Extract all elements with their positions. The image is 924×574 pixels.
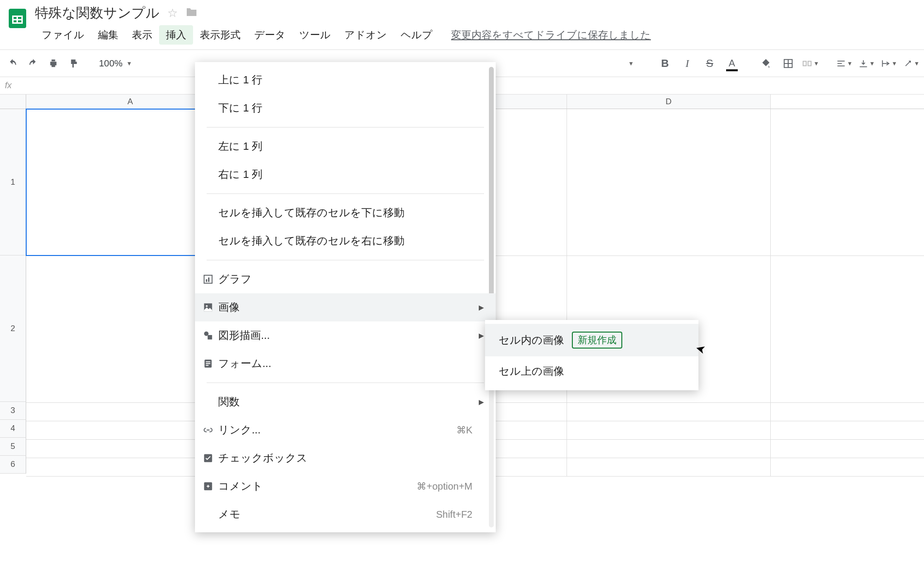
text-wrap-button[interactable]: ▼ (880, 55, 898, 72)
document-title[interactable]: 特殊な関数サンプル (35, 4, 160, 22)
fx-icon: fx (0, 80, 16, 91)
borders-button[interactable] (779, 55, 797, 72)
redo-button[interactable] (24, 55, 42, 72)
menu-addons[interactable]: アドオン (338, 25, 394, 45)
checkbox-icon (202, 452, 214, 464)
italic-button[interactable]: I (679, 55, 696, 72)
comment-shortcut: ⌘+option+M (417, 480, 472, 492)
select-all-corner[interactable] (0, 95, 26, 109)
row-header-5[interactable]: 5 (0, 438, 26, 456)
menu-insert[interactable]: 挿入 (159, 25, 193, 45)
row-header-1[interactable]: 1 (0, 109, 26, 255)
link-icon (202, 424, 214, 436)
star-icon[interactable]: ☆ (167, 6, 178, 20)
insert-cells-shift-right[interactable]: セルを挿入して既存のセルを右に移動 (195, 227, 496, 255)
image-over-cell[interactable]: セル上の画像 (485, 356, 698, 386)
zoom-value: 100% (99, 58, 123, 69)
paint-format-button[interactable] (65, 55, 82, 72)
svg-rect-11 (808, 61, 811, 65)
insert-function[interactable]: 関数 ▶ (195, 388, 496, 416)
chevron-down-icon: ▼ (127, 60, 132, 67)
svg-rect-5 (16, 16, 18, 24)
menu-help[interactable]: ヘルプ (394, 25, 439, 45)
cell-d5[interactable] (567, 440, 771, 458)
insert-row-below[interactable]: 下に 1 行 (195, 94, 496, 122)
form-icon (202, 357, 214, 370)
insert-comment[interactable]: コメント ⌘+option+M (195, 472, 496, 500)
link-shortcut: ⌘K (456, 424, 472, 436)
sheets-app-icon[interactable] (6, 7, 29, 30)
image-in-cell[interactable]: セル内の画像 新規作成 (485, 324, 698, 356)
save-status[interactable]: 変更内容をすべてドライブに保存しました (451, 28, 651, 42)
svg-rect-10 (803, 61, 806, 65)
menu-tools[interactable]: ツール (292, 25, 338, 45)
comment-icon (202, 480, 214, 493)
svg-rect-25 (206, 361, 210, 362)
image-submenu: セル内の画像 新規作成 セル上の画像 (485, 320, 698, 390)
new-badge: 新規作成 (572, 332, 622, 349)
insert-chart[interactable]: グラフ (195, 265, 496, 293)
more-formats-dropdown[interactable]: ▼ (622, 55, 640, 72)
row-header-6[interactable]: 6 (0, 456, 26, 474)
chart-icon (202, 273, 214, 286)
strikethrough-button[interactable]: S (701, 55, 718, 72)
zoom-selector[interactable]: 100% ▼ (95, 58, 136, 69)
insert-form[interactable]: フォーム... (195, 350, 496, 378)
bold-button[interactable]: B (656, 55, 674, 72)
cell-d3[interactable] (567, 403, 771, 421)
cell-d1[interactable] (567, 109, 771, 255)
insert-drawing[interactable]: 図形描画... ▶ (195, 321, 496, 350)
title-area: 特殊な関数サンプル ☆ ファイル 編集 表示 挿入 表示形式 データ ツール ア… (0, 0, 924, 49)
cell-d6[interactable] (567, 458, 771, 476)
svg-rect-27 (206, 365, 209, 366)
menu-view[interactable]: 表示 (125, 25, 159, 45)
text-color-button[interactable]: A (723, 55, 741, 72)
column-header-d[interactable]: D (567, 95, 771, 109)
row-header-3[interactable]: 3 (0, 402, 26, 420)
menu-data[interactable]: データ (247, 25, 292, 45)
svg-rect-23 (208, 335, 212, 339)
menu-edit[interactable]: 編集 (91, 25, 125, 45)
insert-row-above[interactable]: 上に 1 行 (195, 66, 496, 94)
print-button[interactable] (45, 55, 62, 72)
svg-rect-18 (206, 279, 207, 282)
undo-button[interactable] (4, 55, 21, 72)
svg-rect-26 (206, 363, 210, 364)
submenu-arrow-icon: ▶ (479, 303, 484, 311)
insert-image[interactable]: 画像 ▶ (195, 293, 496, 321)
insert-col-left[interactable]: 左に 1 列 (195, 132, 496, 160)
submenu-arrow-icon: ▶ (479, 332, 484, 339)
folder-icon[interactable] (186, 6, 197, 20)
insert-link[interactable]: リンク... ⌘K (195, 416, 496, 444)
svg-rect-19 (208, 277, 210, 282)
doc-header: 特殊な関数サンプル ☆ ファイル 編集 表示 挿入 表示形式 データ ツール ア… (35, 4, 651, 49)
row-header-4[interactable]: 4 (0, 420, 26, 438)
fill-color-button[interactable] (757, 55, 775, 72)
insert-cells-shift-down[interactable]: セルを挿入して既存のセルを下に移動 (195, 199, 496, 227)
insert-dropdown-menu: 上に 1 行 下に 1 行 左に 1 列 右に 1 列 セルを挿入して既存のセル… (195, 62, 496, 532)
row-header-2[interactable]: 2 (0, 255, 26, 402)
image-icon (202, 301, 214, 314)
submenu-arrow-icon: ▶ (479, 398, 484, 406)
svg-point-21 (206, 305, 208, 307)
horizontal-align-button[interactable]: ▼ (836, 55, 853, 72)
merge-cells-button[interactable]: ▼ (802, 55, 819, 72)
drawing-icon (202, 329, 214, 342)
svg-rect-6 (21, 16, 23, 24)
insert-note[interactable]: メモ Shift+F2 (195, 500, 496, 528)
note-shortcut: Shift+F2 (436, 509, 472, 520)
text-rotation-button[interactable]: ▼ (903, 55, 920, 72)
menu-file[interactable]: ファイル (35, 25, 91, 45)
menu-format[interactable]: 表示形式 (193, 25, 247, 45)
vertical-align-button[interactable]: ▼ (858, 55, 875, 72)
insert-checkbox[interactable]: チェックボックス (195, 444, 496, 472)
insert-col-right[interactable]: 右に 1 列 (195, 160, 496, 189)
cell-d4[interactable] (567, 421, 771, 439)
menu-bar: ファイル 編集 表示 挿入 表示形式 データ ツール アドオン ヘルプ 変更内容… (35, 22, 651, 49)
svg-rect-4 (12, 16, 14, 24)
